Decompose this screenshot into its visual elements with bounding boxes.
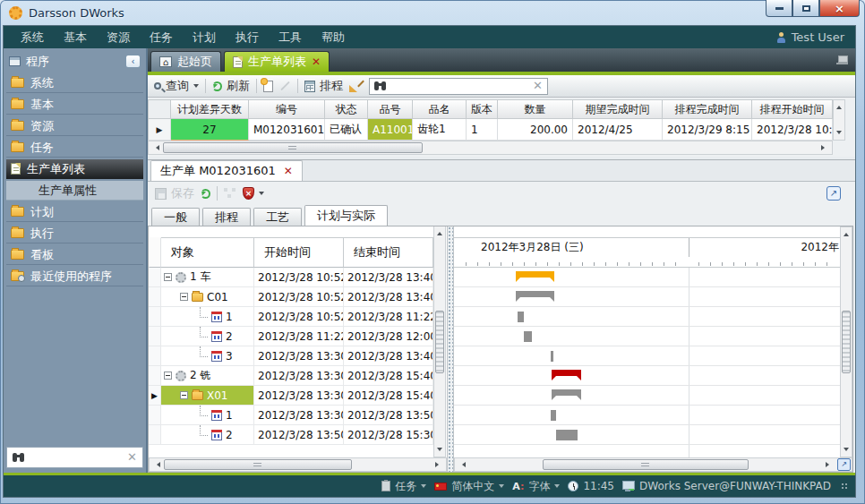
detail-tab-排程[interactable]: 排程 [202,208,251,226]
sidebar-item-资源[interactable]: 资源 [6,116,143,136]
tree-row-1[interactable]: 12012/3/28 13:302012/3/28 13:50 [149,406,433,425]
pane-splitter[interactable] [447,226,454,472]
scroll-thumb[interactable] [842,311,851,373]
tab-起始页[interactable]: ⌂起始页 [150,51,221,72]
validate-button[interactable]: × [243,187,264,200]
tree-row-2[interactable]: 22012/3/28 11:222012/3/28 12:00 [149,327,433,346]
status-font-menu[interactable]: A 字体 [512,479,560,494]
pin-icon[interactable] [836,56,848,64]
column-header-数量[interactable]: 数量 [498,99,573,119]
detail-tab-工艺[interactable]: 工艺 [253,208,302,226]
table-filter-input[interactable] [392,79,527,93]
gantt-task-bar[interactable] [524,331,532,342]
detail-tab-计划与实际[interactable]: 计划与实际 [304,205,388,226]
tree-expander-icon[interactable] [164,372,172,380]
menu-item-系统[interactable]: 系统 [11,27,54,48]
menu-item-资源[interactable]: 资源 [97,27,140,48]
sidebar-item-最近使用的程序[interactable]: 最近使用的程序 [6,267,143,286]
tree-row-1[interactable]: 12012/3/28 10:522012/3/28 11:22 [149,307,433,327]
scroll-thumb[interactable] [543,459,749,470]
column-header-排程完成时间[interactable]: 排程完成时间 [663,99,752,119]
orders-table-row[interactable]: ▶27M012031601已确认A11001齿轮11200.002012/4/2… [148,119,833,141]
column-header-期望完成时间[interactable]: 期望完成时间 [573,99,663,119]
query-button[interactable]: 查询 [154,78,199,94]
gantt-summary-bar[interactable] [516,271,554,278]
sidebar-item-计划[interactable]: 计划 [6,202,143,222]
column-header-编号[interactable]: 编号 [249,99,325,119]
menu-item-基本[interactable]: 基本 [54,27,97,48]
tree-column-header-结束时间[interactable]: 结束时间 [344,237,433,268]
column-header-状态[interactable]: 状态 [325,99,368,119]
sidebar-item-看板[interactable]: 看板 [6,245,143,265]
column-header-计划差异天数[interactable]: 计划差异天数 [171,99,249,119]
sidebar-collapse-button[interactable]: ‹ [125,55,141,68]
detail-tab[interactable]: 生产单 M012031601 ✕ [150,160,303,181]
popout-icon[interactable]: ↗ [826,186,841,201]
status-language-menu[interactable]: 简体中文 [434,479,504,494]
detail-tab-一般[interactable]: 一般 [151,208,200,226]
sidebar-item-系统[interactable]: 系统 [6,73,143,93]
scroll-right-arrow[interactable] [821,145,827,150]
org-view-button[interactable] [224,188,236,199]
gantt-task-bar[interactable] [551,410,556,421]
gantt-task-bar[interactable] [556,430,578,440]
gantt-popout-icon[interactable]: ↗ [837,458,851,471]
resize-grip[interactable] [841,483,848,490]
menu-item-任务[interactable]: 任务 [140,27,183,48]
menu-item-帮助[interactable]: 帮助 [312,27,355,48]
menu-item-计划[interactable]: 计划 [183,27,226,48]
scroll-right-arrow[interactable] [435,462,441,467]
gantt-task-bar[interactable] [551,351,553,362]
gantt-summary-bar[interactable] [552,370,581,376]
scroll-up-arrow[interactable] [844,230,849,236]
menu-item-执行[interactable]: 执行 [226,27,269,48]
tab-生产单列表[interactable]: 生产单列表✕ [224,51,330,72]
tree-row-2[interactable]: 22012/3/28 13:502012/3/28 15:30 [149,425,433,445]
sidebar-item-生产单列表[interactable]: 生产单列表 [6,159,143,179]
clean-button[interactable] [349,80,363,92]
column-header-版本[interactable]: 版本 [467,99,498,119]
scroll-down-arrow[interactable] [836,131,842,137]
tree-column-header-对象[interactable]: 对象 [161,237,254,268]
refresh-button[interactable]: 刷新 [212,78,250,94]
scroll-down-arrow[interactable] [437,448,442,454]
sidebar-item-执行[interactable]: 执行 [6,224,143,243]
scroll-left-arrow[interactable] [459,462,466,467]
scroll-right-arrow[interactable] [826,462,832,467]
tab-close-icon[interactable]: ✕ [312,56,321,67]
sidebar-search-input[interactable] [30,450,122,465]
scroll-left-arrow[interactable] [154,462,160,467]
scroll-up-arrow[interactable] [437,229,442,235]
detail-refresh-button[interactable] [201,189,210,199]
gantt-task-bar[interactable] [518,312,524,322]
scroll-left-arrow[interactable] [153,145,159,150]
scroll-down-arrow[interactable] [844,448,849,454]
sidebar-item-基本[interactable]: 基本 [6,95,143,115]
detail-tab-close-icon[interactable]: ✕ [284,166,293,176]
sidebar-item-生产单属性[interactable]: 生产单属性 [6,181,143,201]
close-button[interactable]: × [819,0,860,17]
tree-row-3[interactable]: 32012/3/28 13:302012/3/28 13:40 [149,346,433,366]
scroll-thumb[interactable] [164,459,352,470]
column-header-排程开始时间[interactable]: 排程开始时间 [752,99,833,119]
tree-row-2 铣[interactable]: 2 铣2012/3/28 13:302012/3/28 15:40 [149,366,433,386]
tree-row-C01[interactable]: C012012/3/28 10:522012/3/28 13:40 [149,287,433,307]
maximize-button[interactable] [792,0,819,17]
new-button[interactable] [263,81,273,92]
edit-button[interactable] [279,85,291,87]
column-header-品名[interactable]: 品名 [413,99,467,119]
scroll-up-arrow[interactable] [836,103,842,109]
scroll-thumb[interactable] [435,311,444,373]
gantt-summary-bar[interactable] [516,291,554,297]
sidebar-item-任务[interactable]: 任务 [6,138,143,158]
column-header-品号[interactable]: 品号 [368,99,413,119]
filter-clear-icon[interactable]: ✕ [533,81,543,90]
tree-row-1 车[interactable]: 1 车2012/3/28 10:522012/3/28 13:40 [149,268,433,287]
status-task-menu[interactable]: 任务 [381,479,426,494]
sidebar-search-clear-icon[interactable]: ✕ [127,453,137,462]
tree-expander-icon[interactable] [164,273,172,281]
tree-row-X01[interactable]: ▶X012012/3/28 13:302012/3/28 15:40 [149,386,433,406]
menu-item-工具[interactable]: 工具 [269,27,312,48]
tree-expander-icon[interactable] [180,293,188,301]
tree-column-header-开始时间[interactable]: 开始时间 [254,237,344,268]
